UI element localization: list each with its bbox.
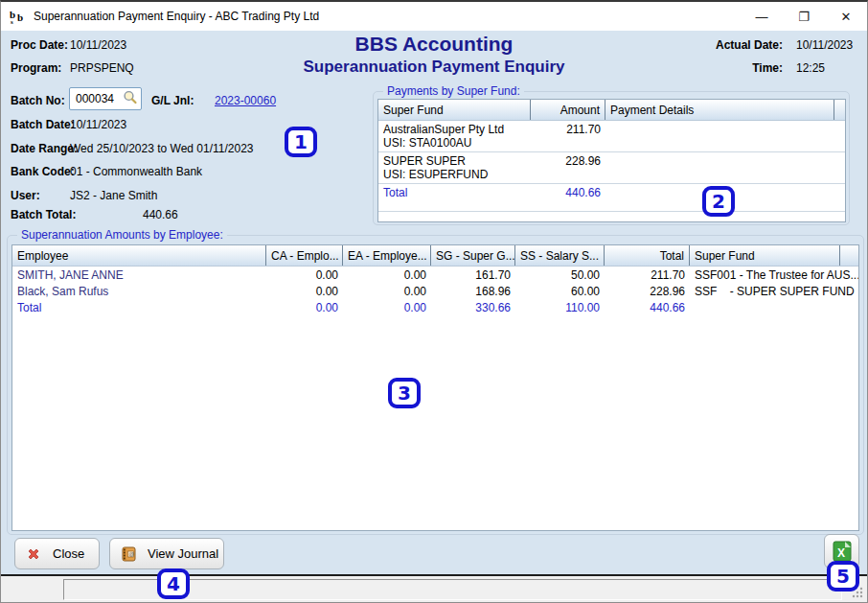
- bank-code-label: Bank Code:: [11, 165, 75, 178]
- employees-table: Employee CA - Emplo... EA - Employe... S…: [11, 244, 859, 531]
- employee-total: 228.96: [605, 283, 690, 299]
- payments-total-row: Total 440.66: [378, 184, 845, 200]
- page-title: Superannuation Payment Enquiry: [1, 58, 867, 77]
- batch-no-field: [69, 87, 142, 110]
- column-header-super-fund[interactable]: Super Fund: [690, 245, 840, 266]
- window-title: Superannuation Payment Enquiry - ABC Tra…: [34, 10, 319, 23]
- close-window-button[interactable]: ✕: [825, 2, 867, 31]
- payment-detail-bsb: BSB: 085292 Account No: 005531490: [610, 150, 830, 151]
- title-bar[interactable]: b b s Superannuation Payment Enquiry - A…: [1, 2, 867, 31]
- payments-row[interactable]: AustralianSuper Pty Ltd USI: STA0100AU 2…: [378, 121, 845, 152]
- red-cross-icon: [26, 546, 41, 562]
- employee-ca: 0.00: [266, 267, 343, 283]
- annotation-badge-2: 2: [702, 186, 735, 217]
- fund-amount: 228.96: [531, 152, 605, 183]
- column-header-total[interactable]: Total: [605, 245, 690, 266]
- employees-total-total: 440.66: [605, 299, 690, 315]
- batch-date-label: Batch Date:: [11, 118, 75, 131]
- payments-empty-row: [378, 200, 845, 212]
- employee-super-fund: SSF001 - The Trustee for AUS...: [690, 267, 858, 283]
- employee-name: Black, Sam Rufus: [12, 283, 266, 299]
- column-header-sg[interactable]: SG - Super G...: [431, 245, 515, 266]
- employees-panel: Superannuation Amounts by Employee: Empl…: [7, 235, 864, 535]
- svg-text:s: s: [11, 18, 13, 25]
- user-value: JS2 - Jane Smith: [70, 189, 157, 202]
- maximize-button[interactable]: ❐: [783, 2, 825, 31]
- payments-total-label: Total: [378, 184, 531, 200]
- annotation-badge-1: 1: [285, 127, 317, 157]
- employee-name: SMITH, JANE ANNE: [12, 267, 266, 283]
- employee-ea: 0.00: [343, 267, 431, 283]
- batch-no-label: Batch No:: [11, 94, 65, 107]
- employees-total-row: Total 0.00 0.00 330.66 110.00 440.66: [12, 299, 858, 315]
- employee-super-fund: SSF - SUPER SUPER FUND: [690, 283, 858, 299]
- maximize-icon: ❐: [798, 11, 810, 23]
- employees-total-ca: 0.00: [266, 299, 343, 315]
- column-header-ss[interactable]: SS - Salary S...: [515, 245, 605, 266]
- view-journal-button-label: View Journal: [148, 546, 218, 561]
- employee-sg: 168.96: [431, 283, 515, 299]
- column-header-spacer: [840, 245, 858, 266]
- employees-total-sg: 330.66: [431, 299, 515, 315]
- minimize-button[interactable]: —: [741, 2, 783, 31]
- employees-total-label: Total: [12, 299, 266, 315]
- payments-row[interactable]: SUPER SUPER USI: ESUPERFUND 228.96 BSB: …: [378, 152, 845, 184]
- payments-total-amount: 440.66: [531, 184, 605, 200]
- payments-panel-title: Payments by Super Fund:: [383, 84, 524, 98]
- dialog-body: Proc Date: 10/11/2023 Program: PRPSPENQ …: [1, 31, 867, 574]
- employee-ca: 0.00: [266, 283, 343, 299]
- magnifier-icon: [123, 90, 138, 105]
- user-label: User:: [11, 189, 40, 202]
- batch-date-value: 10/11/2023: [70, 118, 126, 131]
- date-range-label: Date Range:: [11, 142, 78, 155]
- batch-search-button[interactable]: [122, 90, 139, 107]
- employee-ss: 60.00: [515, 283, 605, 299]
- employee-ss: 50.00: [515, 267, 605, 283]
- payment-detail-bsb: BSB: 633000 Account No: 112345678: [610, 181, 830, 183]
- batch-no-input[interactable]: [70, 88, 126, 109]
- column-header-employee[interactable]: Employee: [12, 245, 266, 266]
- column-header-ca[interactable]: CA - Emplo...: [266, 245, 343, 266]
- bank-code-value: 01 - Commonwealth Bank: [70, 165, 202, 178]
- close-button[interactable]: Close: [14, 538, 100, 569]
- employee-ea: 0.00: [343, 283, 431, 299]
- column-header-payment-details[interactable]: Payment Details: [605, 100, 834, 120]
- fund-usi: USI: STA0100AU: [383, 136, 526, 150]
- date-range-value: Wed 25/10/2023 to Wed 01/11/2023: [70, 142, 253, 155]
- svg-text:X: X: [837, 546, 845, 560]
- employee-row[interactable]: SMITH, JANE ANNE 0.00 0.00 161.70 50.00 …: [12, 267, 858, 283]
- column-header-spacer: [834, 100, 845, 120]
- minimize-icon: —: [756, 11, 768, 23]
- employee-row[interactable]: Black, Sam Rufus 0.00 0.00 168.96 60.00 …: [12, 283, 858, 299]
- actual-date-label: Actual Date:: [716, 38, 783, 52]
- excel-icon: X: [832, 541, 853, 562]
- actual-date-value: 10/11/2023: [796, 38, 853, 52]
- batch-total-label: Batch Total:: [11, 208, 76, 221]
- column-header-super-fund[interactable]: Super Fund: [378, 100, 531, 120]
- employee-total: 211.70: [605, 267, 690, 283]
- fund-name: AustralianSuper Pty Ltd: [383, 123, 526, 136]
- svg-text:b: b: [17, 12, 23, 23]
- employees-total-ss: 110.00: [515, 299, 605, 315]
- payments-table-header: Super Fund Amount Payment Details: [378, 100, 845, 121]
- time-value: 12:25: [796, 61, 825, 75]
- close-icon: ✕: [841, 11, 852, 23]
- fund-amount: 211.70: [531, 121, 605, 151]
- column-header-ea[interactable]: EA - Employe...: [343, 245, 431, 266]
- window-controls: — ❐ ✕: [741, 2, 867, 31]
- gl-jnl-link[interactable]: 2023-00060: [215, 94, 276, 107]
- annotation-badge-3: 3: [388, 378, 421, 408]
- fund-usi: USI: ESUPERFUND: [383, 168, 526, 181]
- svg-text:@: @: [129, 550, 135, 556]
- close-button-label: Close: [53, 546, 84, 561]
- annotation-badge-4: 4: [157, 568, 190, 599]
- app-window: b b s Superannuation Payment Enquiry - A…: [0, 0, 868, 603]
- batch-total-value: 440.66: [143, 208, 178, 221]
- view-journal-button[interactable]: @ View Journal: [109, 538, 224, 569]
- employee-sg: 161.70: [431, 267, 515, 283]
- column-header-amount[interactable]: Amount: [531, 100, 605, 120]
- payments-table: Super Fund Amount Payment Details Austra…: [377, 99, 846, 222]
- employees-table-header: Employee CA - Emplo... EA - Employe... S…: [12, 245, 858, 267]
- employees-panel-title: Superannuation Amounts by Employee:: [17, 228, 227, 242]
- fund-name: SUPER SUPER: [383, 154, 526, 168]
